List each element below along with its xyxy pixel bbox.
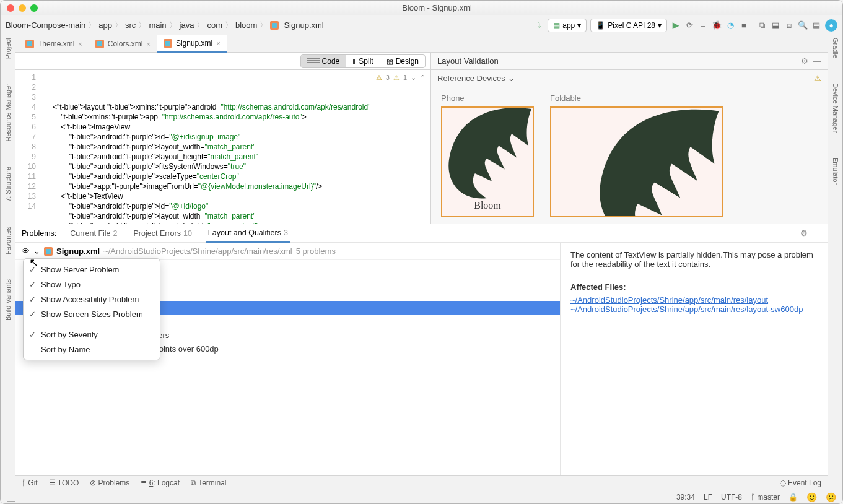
gear-icon[interactable]: ⚙ [800,228,808,238]
view-split-button[interactable]: ⫿Split [346,55,380,67]
encoding[interactable]: UTF-8 [721,493,742,502]
tool-window-todo[interactable]: ☰ TODO [49,479,79,487]
breadcrumb-segment[interactable]: com [207,20,222,30]
view-code-button[interactable]: Code [301,55,347,67]
affected-file-link[interactable]: ~/AndroidStudioProjects/Shrine/app/src/m… [570,295,768,305]
sidebar-item-favorites[interactable]: Favorites [4,227,12,254]
device-label: Phone [441,93,534,103]
search-icon[interactable]: 🔍 [798,20,808,30]
file-name: Signup.xml [56,246,100,256]
close-icon[interactable]: × [216,40,220,47]
sidebar-item-gradle[interactable]: Gradle [832,38,839,58]
settings-icon[interactable]: ▤ [811,20,821,30]
device-selector[interactable]: 📱Pixel C API 28▾ [590,19,667,32]
chevron-down-icon[interactable]: ⌄ [33,246,40,256]
breadcrumb-segment[interactable]: bloom [235,20,257,30]
profile-icon[interactable]: ◔ [725,20,735,30]
close-icon[interactable]: × [146,40,150,48]
file-path: ~/AndroidStudioProjects/Shrine/app/src/m… [103,246,292,256]
sidebar-item-7-structure[interactable]: 7: Structure [4,167,12,202]
sidebar-item-project[interactable]: Project [4,38,12,59]
eye-icon[interactable]: 👁 [22,246,30,256]
inspection-widget[interactable]: ⚠3 ⚠1 ⌄⌃ [376,72,426,82]
problems-tab[interactable]: Current File 2 [68,224,120,243]
breadcrumb-segment[interactable]: src [125,20,136,30]
ide-status-warn-icon[interactable]: 😕 [826,492,836,502]
tool-window-6-logcat[interactable]: ≣ 6: Logcat [141,479,180,487]
tool-window-problems[interactable]: ⊘ Problems [90,479,129,487]
filter-context-menu[interactable]: Show Server ProblemShow TypoShow Accessi… [23,258,160,360]
editor-tab[interactable]: Colors.xml× [89,35,157,53]
editor-tab[interactable]: Signup.xml× [157,35,227,53]
tool-window-terminal[interactable]: ⧉ Terminal [191,479,226,487]
menu-item-show-typo[interactable]: Show Typo [24,277,160,292]
sidebar-item-device-manager[interactable]: Device Manager [832,83,839,133]
run-config-selector[interactable]: ▤app▾ [548,19,587,32]
main-toolbar: Bloom-Compose-main〉app〉src〉main〉java〉com… [1,15,842,35]
titlebar: Bloom - Signup.xml [1,1,842,15]
device-preview[interactable]: Phone Bloom [441,93,534,217]
window-controls[interactable] [7,4,38,12]
editor-tab[interactable]: Theme.xml× [19,35,89,53]
zoom-icon[interactable] [30,4,38,12]
tool-window-toggle-icon[interactable] [7,493,15,502]
close-icon[interactable] [7,4,14,12]
menu-item-sort-by-severity[interactable]: Sort by Severity [24,327,160,342]
line-sep[interactable]: LF [704,493,712,502]
debug-icon[interactable]: 🐞 [712,20,722,30]
device-preview[interactable]: Foldable [550,93,723,217]
breadcrumb-segment[interactable]: app [98,20,112,30]
breadcrumb-segment[interactable]: Signup.xml [284,20,323,30]
tool-window-git[interactable]: ᚵ Git [22,479,38,487]
breadcrumb[interactable]: Bloom-Compose-main〉app〉src〉main〉java〉com… [6,20,324,31]
problems-file-row[interactable]: 👁 ⌄ Signup.xml ~/AndroidStudioProjects/S… [15,243,560,260]
device-label: Foldable [550,93,723,103]
avd-manager-icon[interactable]: ⧉ [757,20,767,30]
sidebar-item-emulator[interactable]: Emulator [832,157,839,185]
detail-text: The content of TextView is partially hid… [570,250,818,269]
ide-status-ok-icon[interactable]: 🙂 [806,492,817,502]
sidebar-item-build-variants[interactable]: Build Variants [4,279,12,321]
chevron-down-icon[interactable]: ⌄ [508,74,515,83]
run-module-label: app [562,21,575,30]
view-design-button[interactable]: ▧Design [380,55,425,67]
breadcrumb-segment[interactable]: Bloom-Compose-main [6,20,85,30]
tab-label: Colors.xml [108,40,143,48]
problems-tab[interactable]: Layout and Qualifiers 3 [206,224,290,243]
lock-icon[interactable]: 🔒 [788,493,798,502]
problems-detail: The content of TextView is partially hid… [561,243,828,475]
gear-icon[interactable]: ⚙ [801,56,808,66]
breadcrumb-segment[interactable]: java [180,20,194,30]
tab-label: Theme.xml [38,40,74,48]
menu-item-show-server-problem[interactable]: Show Server Problem [24,262,160,277]
layout-inspector-icon[interactable]: ⧈ [784,20,794,30]
menu-item-show-screen-sizes-problem[interactable]: Show Screen Sizes Problem [24,306,160,321]
menu-item-show-accessibility-problem[interactable]: Show Accessibility Problem [24,292,160,306]
affected-file-link[interactable]: ~/AndroidStudioProjects/Shrine/app/src/m… [570,305,803,314]
account-avatar[interactable]: ● [825,19,837,32]
code-content[interactable]: ⚠3 ⚠1 ⌄⌃ <"t-blue">layout "t-blue">xmlns… [40,70,430,224]
sidebar-item-resource-manager[interactable]: Resource Manager [4,84,12,142]
file-icon [164,39,172,48]
code-editor-pane: Code ⫿Split ▧Design 1234567891011121314 … [15,53,431,224]
build-hammer-icon[interactable]: ⤵ [534,20,544,30]
hide-panel-icon[interactable]: — [814,228,822,238]
view-mode-switcher[interactable]: Code ⫿Split ▧Design [300,54,426,68]
minimize-icon[interactable] [19,4,26,12]
breadcrumb-segment[interactable]: main [149,20,166,30]
apply-changes-icon[interactable]: ⟳ [684,20,694,30]
close-icon[interactable]: × [78,40,82,48]
warning-icon[interactable]: ⚠ [814,74,821,83]
menu-item-sort-by-name[interactable]: Sort by Name [24,342,160,357]
preview-sub[interactable]: Reference Devices [437,74,505,83]
run-icon[interactable]: ▶ [671,20,681,30]
caret-position[interactable]: 39:34 [676,493,695,502]
apply-code-icon[interactable]: ≡ [698,20,708,30]
event-log-button[interactable]: ◌ Event Log [780,479,821,487]
sdk-manager-icon[interactable]: ⬓ [771,20,780,30]
problems-tab[interactable]: Project Errors 10 [131,224,194,243]
git-branch[interactable]: ᚵ master [751,493,780,502]
file-icon [95,40,104,48]
minimize-pane-icon[interactable]: — [813,56,821,66]
stop-icon[interactable]: ■ [739,20,749,30]
